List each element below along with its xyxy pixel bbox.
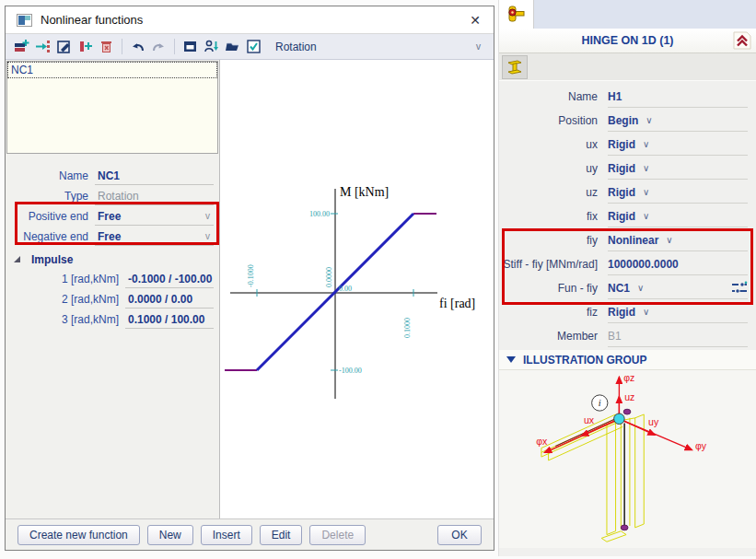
position-value: Begin — [608, 114, 638, 127]
member-field: B1 — [608, 325, 748, 347]
chevron-down-icon: ∨ — [637, 283, 644, 293]
chart-xlabel: fi [rad] — [439, 297, 475, 310]
fun-fiy-select[interactable]: NC1 ∨ — [608, 277, 748, 299]
ok-button[interactable]: OK — [437, 525, 482, 545]
uy-value: Rigid — [608, 162, 635, 175]
toolbar-separator — [122, 39, 122, 54]
fiz-select[interactable]: Rigid∨ — [608, 301, 748, 323]
dialog-titlebar: Nonlinear functions ✕ — [6, 6, 494, 34]
impulse-value-field[interactable]: 0.0000 / 0.00 — [125, 290, 214, 309]
chevron-down-icon: v — [205, 211, 210, 221]
name-field[interactable]: NC1 — [95, 167, 214, 185]
ytick-0: 0.00 — [339, 285, 352, 293]
illustration-group-label: ILLUSTRATION GROUP — [523, 354, 646, 367]
tab-hinge[interactable] — [499, 0, 534, 29]
uy-select[interactable]: Rigid∨ — [608, 157, 748, 180]
dialog-footer: Create new function New Insert Edit Dele… — [6, 518, 494, 550]
delete-function-icon[interactable] — [98, 38, 115, 55]
axis-label-phiz: φz — [623, 372, 634, 383]
function-type-dropdown[interactable]: Rotation v — [275, 37, 488, 57]
fix-value: Rigid — [608, 210, 635, 223]
insert-button[interactable]: Insert — [201, 525, 252, 545]
row-fun-fiy: Fun - fiy NC1 ∨ — [499, 276, 756, 300]
panel-toolbar — [499, 53, 756, 81]
row-label: uy — [499, 162, 608, 175]
illustration-group-header[interactable]: ILLUSTRATION GROUP — [499, 350, 756, 370]
fiy-select[interactable]: Nonlinear∨ — [608, 229, 748, 251]
impulse-header-label: Impulse — [31, 253, 73, 266]
impulse-section-header[interactable]: Impulse — [6, 250, 219, 269]
row-fix: fix Rigid∨ — [499, 204, 756, 228]
function-settings-icon[interactable] — [730, 281, 748, 295]
user-add-icon[interactable] — [203, 38, 220, 55]
property-label: Positive end — [6, 210, 95, 223]
new-button[interactable]: New — [147, 525, 193, 545]
impulse-value-field[interactable]: -0.1000 / -100.00 — [125, 270, 214, 288]
dialog-left-column: NC1 Name NC1 Type Rotation Positive end … — [6, 60, 220, 518]
row-label: Fun - fiy — [499, 282, 608, 295]
row-member: Member B1 — [499, 324, 756, 348]
axis-label-uy: uy — [648, 416, 659, 427]
new-function-icon[interactable] — [13, 38, 30, 55]
renumber-icon[interactable] — [34, 38, 52, 55]
ytick-neg100: -100.00 — [339, 367, 362, 375]
check-icon[interactable] — [245, 38, 262, 55]
info-icon: i — [598, 398, 600, 408]
edit-button[interactable]: Edit — [260, 525, 303, 545]
fiy-value: Nonlinear — [608, 234, 658, 247]
positive-end-select[interactable]: Freev — [95, 207, 214, 226]
redo-icon[interactable] — [150, 38, 168, 55]
hinge-node — [613, 413, 624, 425]
uz-select[interactable]: Rigid∨ — [608, 181, 748, 204]
xtick-neg01: -0.1000 — [247, 264, 255, 287]
open-icon[interactable] — [224, 38, 241, 55]
chevron-down-icon: ∨ — [643, 139, 649, 149]
dialog-app-icon — [17, 14, 32, 27]
name-field[interactable]: H1 — [608, 86, 748, 108]
preview-icon[interactable] — [181, 38, 199, 55]
ux-select[interactable]: Rigid∨ — [608, 134, 748, 156]
chevron-down-icon: ∨ — [666, 235, 672, 245]
create-new-function-button[interactable]: Create new function — [17, 525, 140, 545]
chevron-down-icon: v — [476, 41, 481, 52]
fix-select[interactable]: Rigid∨ — [608, 205, 748, 227]
stiff-fiy-field[interactable]: 1000000.0000 — [608, 253, 748, 275]
impulse-label: 2 [rad,kNm] — [6, 293, 125, 306]
row-label: uz — [499, 186, 608, 199]
row-fiy: fiy Nonlinear∨ — [499, 228, 756, 252]
chart-svg: M [kNm] fi [rad] 100.00 0.00 -100.00 -0.… — [220, 60, 494, 519]
nonlinear-functions-dialog: Nonlinear functions ✕ Rotation v — [5, 6, 494, 551]
edit-function-icon[interactable] — [55, 38, 73, 55]
chevron-down-icon: ∨ — [643, 163, 649, 173]
function-list[interactable]: NC1 — [6, 61, 218, 154]
list-item[interactable]: NC1 — [8, 63, 216, 77]
property-label: Name — [6, 169, 95, 182]
toolbar-separator — [174, 39, 175, 54]
member-value: B1 — [608, 330, 622, 343]
function-type-value: Rotation — [275, 41, 317, 53]
positive-end-value: Free — [98, 210, 121, 223]
impulse-label: 3 [rad,kNm] — [6, 313, 125, 326]
collapse-panel-icon[interactable] — [733, 31, 751, 53]
position-select[interactable]: Begin∨ — [608, 110, 748, 132]
row-label: ux — [499, 138, 608, 151]
ytick-100: 100.00 — [309, 210, 330, 218]
row-label: fix — [499, 210, 608, 223]
chevron-down-icon: ∨ — [643, 211, 649, 221]
property-row-positive-end: Positive end Freev — [6, 206, 219, 227]
member-section-button[interactable] — [502, 55, 528, 79]
row-stiff-fiy: Stiff - fiy [MNm/rad] 1000000.0000 — [499, 252, 756, 276]
undo-icon[interactable] — [129, 38, 146, 55]
steel-beam-icon — [506, 58, 524, 76]
close-icon[interactable]: ✕ — [468, 13, 483, 28]
property-row-name: Name NC1 — [6, 166, 219, 186]
name-value: H1 — [608, 90, 622, 103]
impulse-row-2: 2 [rad,kNm] 0.0000 / 0.00 — [6, 289, 219, 309]
negative-end-select[interactable]: Freev — [95, 227, 214, 246]
row-label: Stiff - fiy [MNm/rad] — [499, 258, 608, 271]
chart-ylabel: M [kNm] — [340, 185, 389, 199]
insert-function-icon[interactable] — [76, 38, 94, 55]
illustration-area: φz uz ux φx uy φy i — [499, 370, 756, 548]
property-label: Type — [6, 190, 95, 203]
impulse-value-field[interactable]: 0.1000 / 100.00 — [125, 310, 214, 329]
